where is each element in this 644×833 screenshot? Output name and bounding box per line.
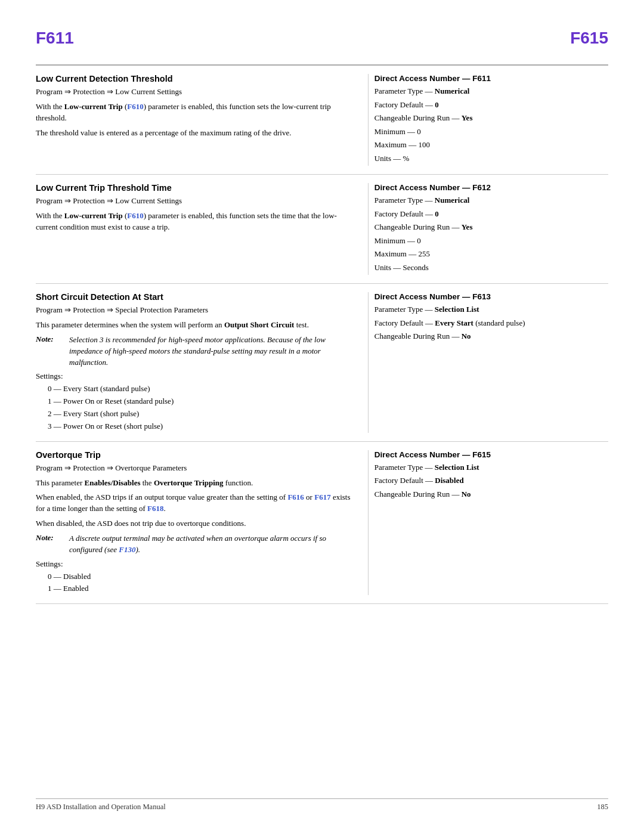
setting-item-f613-3: 3 — Power On or Reset (short pulse) — [48, 420, 354, 433]
param-type-f615: Parameter Type — Selection List — [374, 462, 608, 473]
direct-access-f613: Direct Access Number — F613 — [374, 292, 608, 301]
header-right: F615 — [570, 29, 608, 48]
note-text-f613: Selection 3 is recommended for high-spee… — [69, 335, 354, 368]
section-f615: Overtorque TripProgram ⇒ Protection ⇒ Ov… — [36, 442, 608, 605]
section-left-f613: Short Circuit Detection At StartProgram … — [36, 292, 368, 433]
direct-access-f611: Direct Access Number — F611 — [374, 74, 608, 83]
section-f613: Short Circuit Detection At StartProgram … — [36, 284, 608, 442]
section-title-f612: Low Current Trip Threshold Time — [36, 183, 354, 193]
section-right-f612: Direct Access Number — F612Parameter Typ… — [368, 183, 608, 275]
extra-f611-2: Units — % — [374, 153, 608, 165]
section-title-f615: Overtorque Trip — [36, 450, 354, 460]
note-label-f613: Note: — [36, 335, 67, 368]
footer-left: H9 ASD Installation and Operation Manual — [36, 803, 166, 812]
changeable-f611: Changeable During Run — Yes — [374, 112, 608, 124]
changeable-f612: Changeable During Run — Yes — [374, 221, 608, 233]
changeable-f615: Changeable During Run — No — [374, 488, 608, 500]
extra-f611-0: Minimum — 0 — [374, 126, 608, 138]
breadcrumb-f615: Program ⇒ Protection ⇒ Overtorque Parame… — [36, 463, 354, 473]
extra-f612-1: Maximum — 255 — [374, 248, 608, 260]
factory-default-f611: Factory Default — 0 — [374, 99, 608, 111]
changeable-f613: Changeable During Run — No — [374, 330, 608, 342]
note-f613: Note:Selection 3 is recommended for high… — [36, 335, 354, 368]
section-left-f615: Overtorque TripProgram ⇒ Protection ⇒ Ov… — [36, 450, 368, 596]
body-text-f615-2: When disabled, the ASD does not trip due… — [36, 518, 354, 529]
setting-item-f615-0: 0 — Disabled — [48, 571, 354, 583]
breadcrumb-f612: Program ⇒ Protection ⇒ Low Current Setti… — [36, 196, 354, 206]
body-text-f613-0: This parameter determines when the syste… — [36, 320, 354, 331]
setting-item-f613-1: 1 — Power On or Reset (standard pulse) — [48, 395, 354, 408]
settings-list-f615: 0 — Disabled1 — Enabled — [36, 571, 354, 596]
extra-f612-0: Minimum — 0 — [374, 235, 608, 247]
section-right-f615: Direct Access Number — F615Parameter Typ… — [368, 450, 608, 596]
param-type-f613: Parameter Type — Selection List — [374, 304, 608, 315]
body-text-f615-0: This parameter Enables/Disables the Over… — [36, 478, 354, 489]
page-header: F611 F615 — [36, 29, 608, 48]
settings-label-f615: Settings: — [36, 559, 354, 569]
body-text-f611-1: The threshold value is entered as a perc… — [36, 128, 354, 139]
setting-item-f615-1: 1 — Enabled — [48, 583, 354, 595]
section-right-f613: Direct Access Number — F613Parameter Typ… — [368, 292, 608, 433]
section-f611: Low Current Detection ThresholdProgram ⇒… — [36, 66, 608, 175]
settings-list-f613: 0 — Every Start (standard pulse)1 — Powe… — [36, 383, 354, 432]
body-text-f615-1: When enabled, the ASD trips if an output… — [36, 492, 354, 515]
section-title-f613: Short Circuit Detection At Start — [36, 292, 354, 302]
section-left-f611: Low Current Detection ThresholdProgram ⇒… — [36, 74, 368, 166]
param-type-f611: Parameter Type — Numerical — [374, 85, 608, 97]
section-left-f612: Low Current Trip Threshold TimeProgram ⇒… — [36, 183, 368, 275]
header-left: F611 — [36, 29, 74, 48]
factory-default-f612: Factory Default — 0 — [374, 208, 608, 220]
extra-f611-1: Maximum — 100 — [374, 139, 608, 151]
body-text-f612-0: With the Low-current Trip (F610) paramet… — [36, 210, 354, 233]
section-title-f611: Low Current Detection Threshold — [36, 74, 354, 83]
breadcrumb-f613: Program ⇒ Protection ⇒ Special Protectio… — [36, 305, 354, 315]
section-f612: Low Current Trip Threshold TimeProgram ⇒… — [36, 175, 608, 284]
setting-item-f613-2: 2 — Every Start (short pulse) — [48, 408, 354, 420]
body-text-f611-0: With the Low-current Trip (F610) paramet… — [36, 101, 354, 124]
settings-label-f613: Settings: — [36, 371, 354, 381]
note-label-f615: Note: — [36, 533, 67, 556]
page: F611 F615 Low Current Detection Threshol… — [0, 0, 644, 833]
sections-container: Low Current Detection ThresholdProgram ⇒… — [36, 66, 608, 604]
direct-access-f615: Direct Access Number — F615 — [374, 450, 608, 459]
section-right-f611: Direct Access Number — F611Parameter Typ… — [368, 74, 608, 166]
direct-access-f612: Direct Access Number — F612 — [374, 183, 608, 192]
note-f615: Note:A discrete output terminal may be a… — [36, 533, 354, 556]
breadcrumb-f611: Program ⇒ Protection ⇒ Low Current Setti… — [36, 87, 354, 97]
factory-default-f615: Factory Default — Disabled — [374, 475, 608, 487]
page-footer: H9 ASD Installation and Operation Manual… — [36, 798, 608, 812]
extra-f612-2: Units — Seconds — [374, 262, 608, 274]
note-text-f615: A discrete output terminal may be activa… — [69, 533, 354, 556]
footer-right: 185 — [597, 803, 608, 812]
setting-item-f613-0: 0 — Every Start (standard pulse) — [48, 383, 354, 395]
param-type-f612: Parameter Type — Numerical — [374, 194, 608, 206]
factory-default-f613: Factory Default — Every Start (standard … — [374, 317, 608, 329]
